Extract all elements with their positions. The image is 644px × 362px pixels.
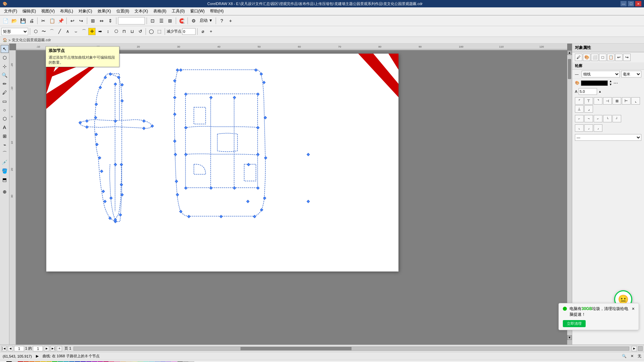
vscrollbar[interactable]: ▲ ▼ [567,50,572,345]
undo-button[interactable]: ↩ [68,17,76,25]
reduce-nodes-input[interactable] [182,28,196,35]
align-bl-button[interactable]: ⌞ [631,97,640,105]
ellipse-tool[interactable]: ○ [1,106,9,114]
color-down-arrow[interactable]: ▼ [609,83,612,86]
node-tool[interactable]: ⬡ [1,54,9,62]
crop-tool[interactable]: ⊹ [1,62,9,70]
add-page-button[interactable]: + [57,346,62,351]
cut-button[interactable]: ✂ [39,17,47,25]
fit-page-button[interactable]: ⊡ [149,17,157,25]
close-path-button[interactable]: ◯ [148,28,155,35]
align-bc-button[interactable]: ⊥ [575,105,584,113]
copy-button[interactable]: 📋 [48,17,56,25]
view-icon[interactable]: 🔍 [622,354,627,358]
panel-undo2-icon[interactable]: ↩ [615,54,623,61]
menu-object[interactable]: 对象(C) [76,8,95,15]
fill-tool[interactable]: 🪣 [1,167,9,175]
line-type-select[interactable]: 细线 [582,71,620,77]
to-line-button[interactable]: ⊔ [128,28,136,35]
panel-outline-icon[interactable]: □ [599,54,606,61]
minimize-button[interactable]: — [621,1,627,6]
panel-color-icon[interactable]: 🎨 [583,54,590,61]
corner-br-btn[interactable]: ⌟ [594,124,602,132]
parallel-tool[interactable]: ⌁ [1,141,9,149]
plus2-button[interactable]: + [207,28,215,35]
close-button[interactable]: ✕ [635,1,641,6]
menu-layout[interactable]: 布局(L) [57,8,76,15]
freehand-tool[interactable]: ✏ [1,80,9,88]
menu-table[interactable]: 表格(8) [151,8,169,15]
corner-ml-btn[interactable]: └ [603,115,612,122]
settings-button[interactable]: ⚙ [190,17,198,25]
maximize-button[interactable]: ☐ [628,1,634,6]
corner-tl-btn[interactable]: ⌐ [575,115,584,122]
hscroll-track[interactable] [73,347,629,351]
panel-pen-icon[interactable]: 🖊 [575,54,582,61]
delete-node-button[interactable]: ➡ [96,28,104,35]
table-tool[interactable]: ⊞ [1,132,9,140]
text-tool[interactable]: A [1,123,9,131]
corner-bl-btn[interactable]: ⌞ [575,124,584,132]
prev-page-button[interactable]: ◄ [8,346,13,351]
smart-fill-tool[interactable]: ⬒ [1,176,9,184]
last-page-button[interactable]: ►| [50,346,56,351]
smooth-nodes-button[interactable]: 〜 [40,28,47,35]
line-button[interactable]: ╱ [56,28,63,35]
panel-copy-icon[interactable]: 📋 [607,54,614,61]
connector-tool[interactable]: ⌒ [1,149,9,158]
scroll-right-button[interactable]: ► [632,346,637,351]
mirror-h-button[interactable]: ⇔ [98,17,106,25]
paste-button[interactable]: 📌 [57,17,65,25]
menu-position[interactable]: 位置(8) [114,8,132,15]
zoom-tool[interactable]: 🔍 [1,71,9,79]
select-nodes-button[interactable]: ⬡ [32,28,39,35]
scroll-up-button[interactable]: ▲ [567,50,572,55]
dots-icon[interactable]: ··· [613,80,618,86]
align-br-button[interactable]: ⌟ [584,105,593,113]
notif-close-button[interactable]: × [632,306,635,311]
notif-action-button[interactable]: 立即清理 [563,320,586,327]
save-button[interactable]: 💾 [19,17,27,25]
print-button[interactable]: 🖨 [28,17,36,25]
view-tool[interactable]: ⊕ [1,188,9,196]
cross-icon[interactable]: ✕ [631,354,634,358]
redo-button[interactable]: ↪ [77,17,85,25]
join-button[interactable]: ⊓ [120,28,128,35]
menu-text[interactable]: 文本(X) [132,8,151,15]
node-type2-button[interactable]: ⌒ [80,28,88,35]
total-pages-input[interactable] [33,346,43,351]
align-tr-button[interactable]: ⌝ [594,97,602,105]
eyedropper-tool[interactable]: 💉 [1,158,9,166]
scroll-track[interactable] [567,55,572,335]
thickness-input[interactable] [579,88,597,95]
panel-dropdown[interactable]: — [575,134,641,141]
current-page-input[interactable] [14,346,24,351]
first-page-button[interactable]: |◄ [1,346,7,351]
transform-button[interactable]: ⊞ [89,17,97,25]
help2-button[interactable]: ? [218,17,226,25]
open-button[interactable]: 📂 [10,17,18,25]
unit-select[interactable]: 毫米 [621,71,641,77]
hscroll-thumb[interactable] [240,347,352,350]
add-node-button[interactable]: ✛ [88,28,96,35]
align-mc-button[interactable]: ⊞ [612,97,621,105]
menu-help[interactable]: 帮助(H) [207,8,226,15]
mirror-v-button[interactable]: ⇕ [106,17,114,25]
scroll-thumb[interactable] [568,59,571,79]
break-button[interactable]: ⎔ [112,28,120,35]
zoom-input[interactable]: 600% [118,17,145,24]
canvas-page[interactable] [46,54,398,272]
next-page-button[interactable]: ► [44,346,49,351]
resize-corner[interactable] [638,346,643,351]
menu-tools[interactable]: 工具(0) [169,8,187,15]
align-tl-button[interactable]: ⌜ [575,97,584,105]
align-mr-button[interactable]: ⊢ [622,97,631,105]
shape-type-select[interactable]: 矩形 [1,28,28,35]
reverse-button[interactable]: ↺ [137,28,144,35]
canvas-area[interactable]: -10 0 10 20 30 40 50 60 70 80 90 100 110… [9,44,572,345]
select-tool[interactable]: ↖ [1,45,9,53]
new-button[interactable]: 📄 [1,17,9,25]
corner-tr-btn[interactable]: ⌐ [594,115,602,122]
polygon-tool[interactable]: ⬡ [1,115,9,123]
elastic-mode-button[interactable]: ⌀ [199,28,207,35]
